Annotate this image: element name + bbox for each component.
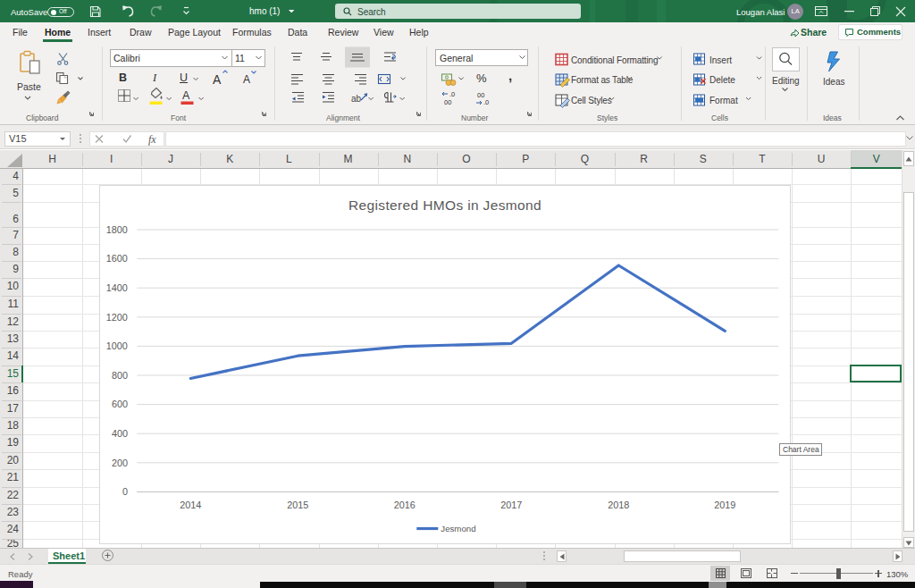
svg-text:2014: 2014 — [180, 500, 201, 510]
svg-text:A: A — [213, 72, 222, 87]
svg-text:2016: 2016 — [393, 500, 415, 510]
svg-text:ab: ab — [351, 94, 362, 104]
svg-text:.0: .0 — [449, 90, 455, 98]
svg-text:1000: 1000 — [106, 340, 128, 351]
svg-text:800: 800 — [112, 370, 128, 381]
svg-text:Registered HMOs in Jesmond: Registered HMOs in Jesmond — [348, 197, 541, 213]
svg-text:600: 600 — [112, 399, 128, 409]
svg-text:Jesmond: Jesmond — [441, 524, 475, 533]
svg-text:A: A — [182, 89, 190, 102]
svg-text:1200: 1200 — [106, 312, 128, 323]
svg-text:A: A — [243, 73, 250, 86]
svg-text:1400: 1400 — [106, 282, 128, 293]
svg-text:2015: 2015 — [287, 500, 308, 510]
svg-text:00: 00 — [444, 98, 451, 106]
svg-text:1600: 1600 — [106, 253, 128, 264]
svg-text:0: 0 — [122, 486, 128, 497]
svg-text:2018: 2018 — [608, 500, 629, 510]
svg-text:200: 200 — [112, 458, 128, 468]
svg-text:1800: 1800 — [106, 224, 128, 235]
svg-text:2017: 2017 — [500, 500, 522, 510]
svg-text:.0: .0 — [483, 98, 489, 106]
svg-text:400: 400 — [112, 428, 128, 439]
svg-text:2019: 2019 — [714, 500, 735, 510]
